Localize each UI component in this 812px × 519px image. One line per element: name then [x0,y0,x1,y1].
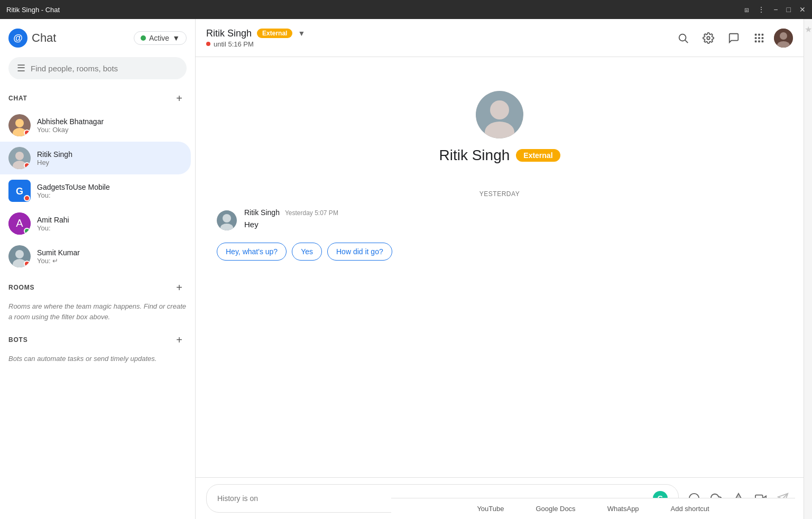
right-edge: ★ [804,19,812,519]
svg-point-15 [707,36,710,40]
svg-point-4 [15,152,24,160]
titlebar-title: Ritik Singh - Chat [6,6,744,14]
svg-line-14 [685,40,688,43]
chat-info-gadgets: GadgetsToUse Mobile You: [37,183,187,199]
chat-name-ritik: Ritik Singh [37,150,182,159]
add-room-button[interactable]: + [172,280,187,295]
chat-bubble-button[interactable] [723,27,744,49]
svg-rect-18 [762,33,764,35]
input-placeholder: History is on [217,494,258,503]
chat-info-abhishek: Abhishek Bhatnagar You: Okay [37,117,187,134]
chat-preview-amit: You: [37,224,187,232]
message-content: Ritik Singh Yesterday 5:07 PM Hey [244,208,782,231]
add-chat-button[interactable]: + [172,91,187,106]
sidebar-header: @ Chat Active ▼ [0,19,195,53]
svg-rect-23 [758,40,760,42]
active-status-badge[interactable]: Active ▼ [134,31,187,45]
bottom-item-whatsapp[interactable]: WhatsApp [607,505,639,513]
chat-header-info: Ritik Singh External ▼ until 5:16 PM [206,28,672,48]
svg-point-1 [15,119,24,127]
quick-replies: Hey, what's up? Yes How did it go? [217,243,782,261]
search-placeholder: Find people, rooms, bots [31,64,118,73]
minimize-icon[interactable]: − [773,5,778,14]
chat-header: Ritik Singh External ▼ until 5:16 PM [196,19,804,57]
avatar-abhishek [8,114,31,136]
external-badge: External [257,29,292,38]
user-avatar-header[interactable] [774,29,793,48]
date-divider-text: YESTERDAY [479,190,520,198]
contact-name: Ritik Singh [206,28,252,39]
rooms-section-title: ROOMS [8,284,172,291]
search-icon: ☰ [17,62,25,74]
chat-list: Abhishek Bhatnagar You: Okay Ritik Singh [0,109,195,273]
avatar-gadgets: G [8,180,31,202]
active-dot [141,35,146,41]
chat-logo-text: Chat [32,31,56,45]
profile-name: Ritik Singh External [439,147,560,164]
close-icon[interactable]: ✕ [799,5,806,14]
chat-info-ritik: Ritik Singh Hey [37,150,182,166]
chat-section-header: CHAT + [0,84,195,109]
active-label: Active [149,34,169,42]
svg-point-32 [223,214,231,223]
settings-button[interactable] [698,27,719,49]
svg-point-29 [490,100,509,119]
quick-reply-1[interactable]: Yes [292,243,322,261]
avatar-amit: A [8,212,31,235]
chat-preview-abhishek: You: Okay [37,126,187,134]
svg-rect-24 [762,40,764,42]
quick-reply-0[interactable]: Hey, what's up? [217,243,287,261]
message-meta: Ritik Singh Yesterday 5:07 PM [244,208,782,217]
rooms-section: Rooms are where the team magic happens. … [0,298,195,325]
search-button[interactable] [672,27,694,49]
chat-item-gadgets[interactable]: G GadgetsToUse Mobile You: [0,174,195,207]
profile-name-text: Ritik Singh [439,147,510,164]
chat-item-sumit[interactable]: Sumit Kumar You: ↵ [0,240,195,273]
chat-body: Ritik Singh External YESTERDAY R [196,57,804,477]
chat-preview-sumit: You: ↵ [37,257,187,265]
chat-logo: @ Chat [8,29,56,48]
chat-preview-gadgets: You: [37,191,187,199]
chat-name-sumit: Sumit Kumar [37,248,187,257]
chevron-down-icon: ▼ [172,34,180,42]
more-icon[interactable]: ⋮ [758,5,765,14]
app-container: @ Chat Active ▼ ☰ Find people, rooms, bo… [0,19,812,519]
puzzle-icon[interactable]: ⧆ [744,5,749,14]
sidebar: @ Chat Active ▼ ☰ Find people, rooms, bo… [0,19,196,519]
maximize-icon[interactable]: □ [787,5,791,14]
chat-info-sumit: Sumit Kumar You: ↵ [37,248,187,265]
svg-rect-17 [758,33,760,35]
svg-text:A: A [16,217,23,229]
svg-point-13 [679,34,686,41]
status-text: until 5:16 PM [214,40,254,48]
date-divider: YESTERDAY [217,190,782,198]
chat-name-abhishek: Abhishek Bhatnagar [37,117,187,126]
avatar-sumit [8,245,31,267]
chat-main: Ritik Singh External ▼ until 5:16 PM [196,19,804,519]
dropdown-arrow-icon[interactable]: ▼ [298,29,305,38]
add-bot-button[interactable]: + [172,332,187,347]
svg-rect-20 [758,37,760,39]
chat-header-actions [672,27,793,49]
chat-logo-icon: @ [8,29,27,48]
search-box[interactable]: ☰ Find people, rooms, bots [8,57,187,79]
star-icon: ★ [805,24,812,34]
chat-header-status: until 5:16 PM [206,40,672,48]
chat-item-ritik[interactable]: Ritik Singh Hey [0,142,191,174]
svg-rect-22 [755,40,757,42]
titlebar-controls: ⧆ ⋮ − □ ✕ [744,5,806,14]
svg-rect-16 [755,33,757,35]
grid-button[interactable] [749,27,770,49]
profile-external-badge: External [516,149,560,162]
chat-item-amit[interactable]: A Amit Rahi You: [0,207,195,240]
status-red-dot [206,42,210,46]
bottom-item-youtube[interactable]: YouTube [477,505,504,513]
bottom-item-googledocs[interactable]: Google Docs [536,505,575,513]
quick-reply-2[interactable]: How did it go? [327,243,392,261]
chat-item-abhishek[interactable]: Abhishek Bhatnagar You: Okay [0,109,195,142]
rooms-description: Rooms are where the team magic happens. … [8,298,187,325]
message-group: Ritik Singh Yesterday 5:07 PM Hey [217,208,782,231]
message-time: Yesterday 5:07 PM [285,209,338,217]
bottom-item-addshortcut[interactable]: Add shortcut [671,505,709,513]
chat-preview-ritik: Hey [37,159,182,166]
